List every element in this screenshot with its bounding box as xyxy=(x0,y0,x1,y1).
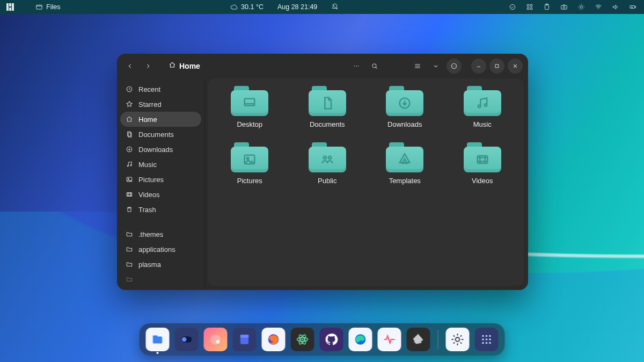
svg-point-11 xyxy=(598,9,598,9)
svg-rect-4 xyxy=(527,8,529,10)
svg-rect-5 xyxy=(530,8,532,10)
sidebar-item-home[interactable]: Home xyxy=(120,112,201,127)
svg-rect-13 xyxy=(635,6,635,8)
window-minimize-button[interactable] xyxy=(471,59,486,74)
view-dropdown-button[interactable] xyxy=(428,59,443,74)
folder-item-templates[interactable]: Templates xyxy=(370,142,440,185)
distro-logo-icon[interactable] xyxy=(6,3,14,11)
svg-rect-2 xyxy=(527,4,529,6)
shield-check-icon[interactable] xyxy=(509,3,516,11)
volume-icon[interactable] xyxy=(612,3,619,11)
nav-forward-button[interactable] xyxy=(141,59,156,74)
dock-app-grid[interactable] xyxy=(475,328,499,351)
svg-point-58 xyxy=(486,335,487,337)
folder-item-videos[interactable]: Videos xyxy=(448,142,517,185)
screenshot-icon[interactable] xyxy=(560,3,568,11)
brightness-icon[interactable] xyxy=(577,3,585,11)
cloud-icon xyxy=(230,3,238,11)
svg-point-30 xyxy=(128,178,129,179)
sidebar-item-music[interactable]: Music xyxy=(120,157,201,172)
dock-app-file-manager[interactable] xyxy=(233,328,257,351)
sidebar-item-pictures[interactable]: Pictures xyxy=(120,172,201,187)
dock-app-edge[interactable] xyxy=(349,328,372,351)
sidebar-item-downloads[interactable]: Downloads xyxy=(120,142,201,157)
dock-app-files[interactable] xyxy=(146,328,170,351)
svg-point-9 xyxy=(563,6,565,8)
files-window: Home Recent Starred Home xyxy=(117,54,528,290)
dock-separator xyxy=(438,330,438,349)
svg-rect-41 xyxy=(477,156,487,163)
clock[interactable]: Aug 28 21:49 xyxy=(277,3,317,11)
breadcrumb-home[interactable]: Home xyxy=(179,62,200,70)
window-maximize-button[interactable] xyxy=(489,59,504,74)
sidebar-bookmark-more[interactable] xyxy=(120,272,201,287)
folder-item-desktop[interactable]: Desktop xyxy=(215,86,284,128)
sidebar-item-label: .themes xyxy=(138,230,163,238)
folder-item-downloads[interactable]: Downloads xyxy=(370,86,440,128)
window-close-button[interactable] xyxy=(508,59,523,74)
weather-widget[interactable]: 30.1 °C xyxy=(230,3,264,11)
folder-icon xyxy=(309,86,346,116)
svg-rect-31 xyxy=(127,193,131,197)
svg-point-45 xyxy=(182,337,187,342)
sidebar-bookmark-plasma[interactable]: plasma xyxy=(120,257,201,272)
path-menu-button[interactable] xyxy=(349,59,364,74)
sidebar-item-starred[interactable]: Starred xyxy=(120,97,201,112)
video-icon xyxy=(126,191,133,198)
folder-view[interactable]: Desktop Documents Downloads Music Pictur… xyxy=(208,78,524,286)
hamburger-menu-button[interactable] xyxy=(447,59,462,74)
active-app-label: Files xyxy=(46,3,60,11)
folder-item-music[interactable]: Music xyxy=(448,86,517,128)
nav-back-button[interactable] xyxy=(122,59,137,74)
wifi-icon[interactable] xyxy=(595,3,602,11)
dock-app-tweaks[interactable] xyxy=(175,328,199,351)
svg-point-40 xyxy=(328,156,331,159)
sidebar-item-label: Recent xyxy=(138,85,160,93)
svg-point-27 xyxy=(127,165,128,166)
sidebar-item-label: Documents xyxy=(138,131,174,139)
svg-point-62 xyxy=(489,338,491,340)
window-titlebar[interactable]: Home xyxy=(117,54,528,78)
sidebar-item-label: Starred xyxy=(138,100,162,108)
folder-icon xyxy=(126,230,133,238)
sidebar-bookmark-applications[interactable]: applications xyxy=(120,242,201,257)
folder-icon xyxy=(231,86,268,116)
dock-app-settings[interactable] xyxy=(446,328,470,351)
svg-rect-8 xyxy=(561,5,567,9)
dock-app-atom[interactable] xyxy=(291,328,314,351)
svg-rect-33 xyxy=(245,99,255,106)
top-panel: Files 30.1 °C Aug 28 21:49 xyxy=(0,0,644,14)
sidebar-item-videos[interactable]: Videos xyxy=(120,187,201,202)
path-bar[interactable]: Home xyxy=(165,59,206,73)
sidebar-item-trash[interactable]: Trash xyxy=(120,202,201,217)
folder-item-pictures[interactable]: Pictures xyxy=(215,142,284,185)
folder-item-documents[interactable]: Documents xyxy=(292,86,362,128)
sidebar-item-label: plasma xyxy=(138,260,161,269)
search-button[interactable] xyxy=(367,59,382,74)
battery-icon[interactable] xyxy=(629,3,636,11)
folder-icon xyxy=(464,86,501,116)
svg-point-65 xyxy=(489,342,491,344)
sidebar-item-label: Music xyxy=(138,161,157,169)
dock-app-color[interactable] xyxy=(204,328,228,351)
clipboard-icon[interactable] xyxy=(543,3,551,11)
dock-app-system-monitor[interactable] xyxy=(378,328,401,351)
folder-label: Documents xyxy=(310,120,345,128)
do-not-disturb-icon[interactable] xyxy=(331,3,339,11)
dock-app-inkscape[interactable] xyxy=(407,328,430,351)
svg-point-17 xyxy=(372,64,376,68)
star-icon xyxy=(126,100,133,108)
dock-app-github[interactable] xyxy=(320,328,343,351)
keyboard-shortcut-icon[interactable] xyxy=(526,3,533,11)
sidebar-item-documents[interactable]: Documents xyxy=(120,127,201,142)
dock-app-firefox[interactable] xyxy=(262,328,286,351)
sidebar-item-recent[interactable]: Recent xyxy=(120,82,201,97)
svg-rect-49 xyxy=(240,335,248,337)
view-list-button[interactable] xyxy=(410,59,425,74)
folder-icon xyxy=(464,142,501,172)
sidebar-bookmark-themes[interactable]: .themes xyxy=(120,227,201,242)
folder-item-public[interactable]: Public xyxy=(292,142,362,185)
sidebar-item-label: Trash xyxy=(138,206,156,214)
svg-point-60 xyxy=(482,338,484,340)
active-app-indicator[interactable]: Files xyxy=(35,3,60,11)
